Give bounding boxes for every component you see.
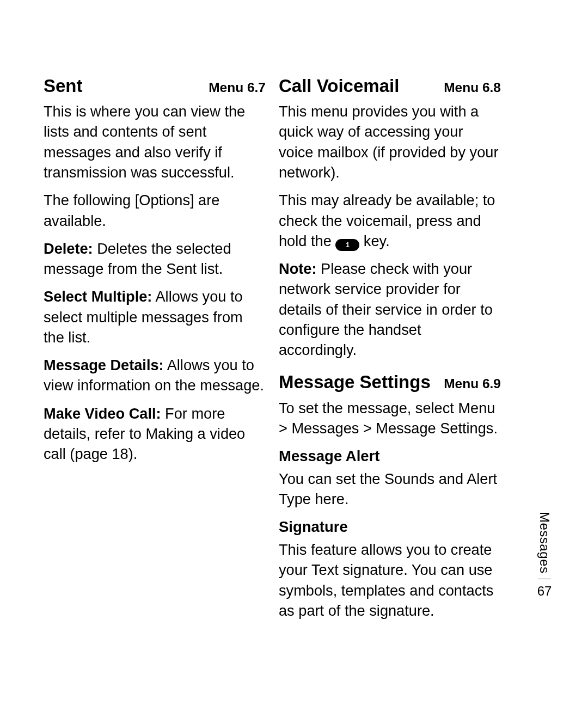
sent-menu-id: Menu 6.7 — [209, 78, 266, 97]
sent-intro: This is where you can view the lists and… — [44, 101, 266, 182]
settings-menu-id: Menu 6.9 — [444, 375, 501, 393]
side-strip: Messages 67 — [536, 512, 553, 599]
right-column: Call Voicemail Menu 6.8 This menu provid… — [279, 73, 501, 628]
option-delete-term: Delete: — [44, 240, 93, 257]
settings-heading-row: Message Settings Menu 6.9 — [279, 370, 501, 394]
voicemail-heading: Call Voicemail — [279, 73, 399, 98]
sent-options-intro: The following [Options] are available. — [44, 190, 266, 231]
left-column: Sent Menu 6.7 This is where you can view… — [44, 73, 266, 628]
signature-body: This feature allows you to create your T… — [279, 540, 501, 621]
voicemail-note-term: Note: — [279, 260, 316, 277]
settings-p1: To set the message, select Menu > Messag… — [279, 398, 501, 439]
voicemail-p2-post: key. — [359, 232, 389, 249]
voicemail-heading-row: Call Voicemail Menu 6.8 — [279, 73, 501, 98]
sent-heading-row: Sent Menu 6.7 — [44, 73, 266, 98]
one-key-icon: 1 — [335, 239, 359, 251]
option-message-details: Message Details: Allows you to view info… — [44, 355, 266, 396]
option-delete: Delete: Deletes the selected message fro… — [44, 238, 266, 279]
page-number: 67 — [536, 584, 553, 599]
option-message-details-term: Message Details: — [44, 357, 164, 373]
manual-page: Sent Menu 6.7 This is where you can view… — [0, 0, 588, 705]
sent-heading: Sent — [44, 73, 83, 98]
option-select-multiple: Select Multiple: Allows you to select mu… — [44, 286, 266, 347]
side-divider — [538, 579, 551, 579]
voicemail-menu-id: Menu 6.8 — [444, 78, 501, 97]
option-video-call: Make Video Call: For more details, refer… — [44, 403, 266, 464]
signature-subhead: Signature — [279, 517, 501, 537]
section-label: Messages — [537, 512, 552, 573]
option-select-multiple-term: Select Multiple: — [44, 288, 152, 305]
settings-heading: Message Settings — [279, 370, 431, 394]
voicemail-p2: This may already be available; to check … — [279, 190, 501, 251]
voicemail-p1: This menu provides you with a quick way … — [279, 101, 501, 182]
message-alert-subhead: Message Alert — [279, 446, 501, 467]
option-video-call-term: Make Video Call: — [44, 405, 161, 422]
content-columns: Sent Menu 6.7 This is where you can view… — [0, 0, 588, 628]
voicemail-note: Note: Please check with your network ser… — [279, 259, 501, 360]
message-alert-body: You can set the Sounds and Alert Type he… — [279, 469, 501, 510]
